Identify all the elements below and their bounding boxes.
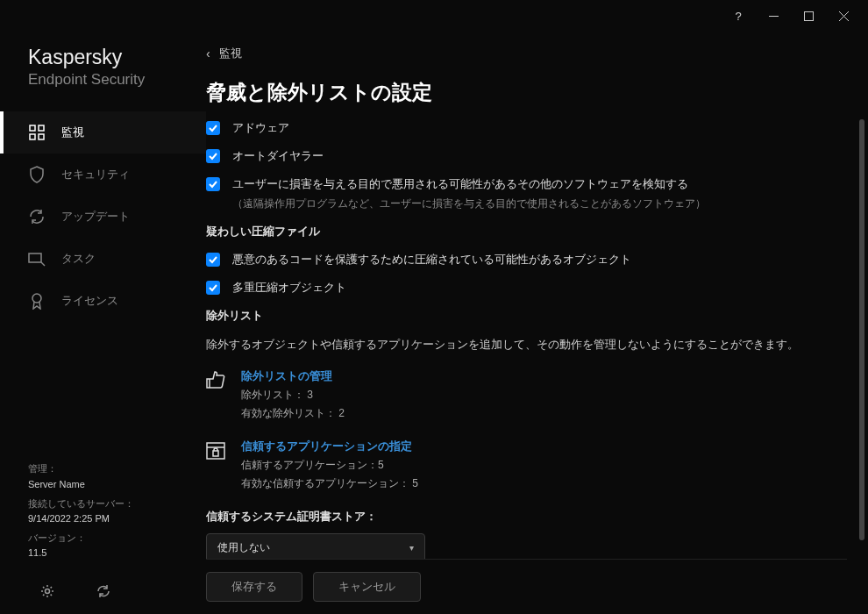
checkbox-label: 多重圧縮オブジェクト: [232, 280, 346, 296]
checkbox-multi-packed[interactable]: [206, 281, 220, 295]
help-button[interactable]: ?: [721, 3, 756, 29]
checkbox-packed-malicious[interactable]: [206, 253, 220, 267]
trusted-cert-store-select[interactable]: 使用しない ▾: [206, 533, 425, 559]
svg-rect-8: [29, 253, 41, 262]
trusted-apps-count: 信頼するアプリケーション：5: [241, 458, 418, 473]
checkbox-label: オートダイヤラー: [232, 148, 324, 164]
svg-point-9: [32, 294, 41, 303]
sidebar-item-label: アップデート: [61, 209, 130, 225]
sidebar-item-label: セキュリティ: [61, 167, 130, 182]
svg-rect-6: [30, 134, 35, 139]
page-title: 脅威と除外リストの設定: [206, 79, 829, 106]
svg-point-10: [46, 589, 50, 594]
settings-button[interactable]: [40, 584, 54, 602]
active-exclusions-count: 有効な除外リスト： 2: [241, 406, 345, 421]
sidebar-item-license[interactable]: ライセンス: [0, 280, 206, 322]
sidebar-item-label: 監視: [61, 125, 84, 140]
checkbox-other-software[interactable]: [206, 177, 220, 191]
checkbox-autodialer[interactable]: [206, 149, 220, 163]
breadcrumb-label: 監視: [219, 46, 242, 61]
checkbox-adware[interactable]: [206, 121, 220, 135]
svg-rect-13: [213, 451, 218, 456]
checkbox-label: ユーザーに損害を与える目的で悪用される可能性があるその他のソフトウェアを検知する: [232, 176, 706, 192]
badge-icon: [28, 292, 46, 310]
version-label: バージョン：: [28, 531, 206, 546]
minimize-button[interactable]: [756, 3, 791, 29]
save-button[interactable]: 保存する: [206, 572, 302, 602]
brand-title: Kaspersky: [0, 46, 206, 69]
trusted-cert-store-label: 信頼するシステム証明書ストア：: [206, 509, 829, 525]
admin-label: 管理：: [28, 461, 206, 477]
checkbox-description: （遠隔操作用プログラムなど、ユーザーに損害を与える目的で使用されることがあるソフ…: [232, 196, 706, 211]
sidebar-item-tasks[interactable]: タスク: [0, 238, 206, 280]
window-lock-icon: [206, 440, 225, 460]
server-label: 接続しているサーバー：: [28, 496, 206, 512]
select-value: 使用しない: [217, 540, 270, 555]
svg-rect-4: [30, 125, 35, 131]
shield-icon: [28, 166, 46, 183]
sidebar-item-label: ライセンス: [61, 293, 118, 309]
refresh-icon: [28, 208, 46, 225]
sidebar-footer: 管理： Server Name 接続しているサーバー： 9/14/2022 2:…: [0, 458, 206, 572]
section-exclusions: 除外リスト: [206, 308, 829, 324]
section-suspicious-archives: 疑わしい圧縮ファイル: [206, 224, 829, 239]
checkbox-label: アドウェア: [232, 120, 289, 136]
breadcrumb-back[interactable]: ‹ 監視: [206, 46, 847, 61]
svg-rect-7: [39, 134, 44, 139]
exclusions-count: 除外リスト： 3: [241, 388, 345, 403]
sidebar-item-monitoring[interactable]: 監視: [0, 111, 206, 154]
sidebar-item-update[interactable]: アップデート: [0, 196, 206, 238]
admin-value: Server Name: [28, 477, 206, 493]
sidebar-item-label: タスク: [61, 251, 96, 267]
checkbox-label: 悪意のあるコードを保護するために圧縮されている可能性があるオブジェクト: [232, 252, 631, 268]
version-value: 11.5: [28, 546, 206, 561]
server-value: 9/14/2022 2:25 PM: [28, 511, 206, 527]
trusted-apps-link[interactable]: 信頼するアプリケーションの指定: [241, 439, 418, 454]
task-icon: [28, 250, 46, 268]
brand-subtitle: Endpoint Security: [0, 71, 206, 89]
close-button[interactable]: [826, 3, 861, 29]
chevron-left-icon: ‹: [206, 46, 210, 61]
thumbs-up-icon: [206, 370, 225, 389]
manage-exclusions-link[interactable]: 除外リストの管理: [241, 368, 345, 384]
scrollbar[interactable]: [859, 119, 864, 540]
dashboard-icon: [28, 124, 46, 141]
sync-button[interactable]: [96, 584, 110, 602]
svg-rect-5: [39, 125, 44, 131]
chevron-down-icon: ▾: [409, 543, 414, 553]
cancel-button[interactable]: キャンセル: [313, 572, 421, 602]
sidebar-item-security[interactable]: セキュリティ: [0, 154, 206, 196]
section-exclusions-desc: 除外するオブジェクトや信頼するアプリケーションを追加して、その動作を管理しないよ…: [206, 336, 829, 353]
maximize-button[interactable]: [791, 3, 826, 29]
svg-rect-1: [804, 11, 813, 20]
active-trusted-apps-count: 有効な信頼するアプリケーション： 5: [241, 476, 418, 491]
